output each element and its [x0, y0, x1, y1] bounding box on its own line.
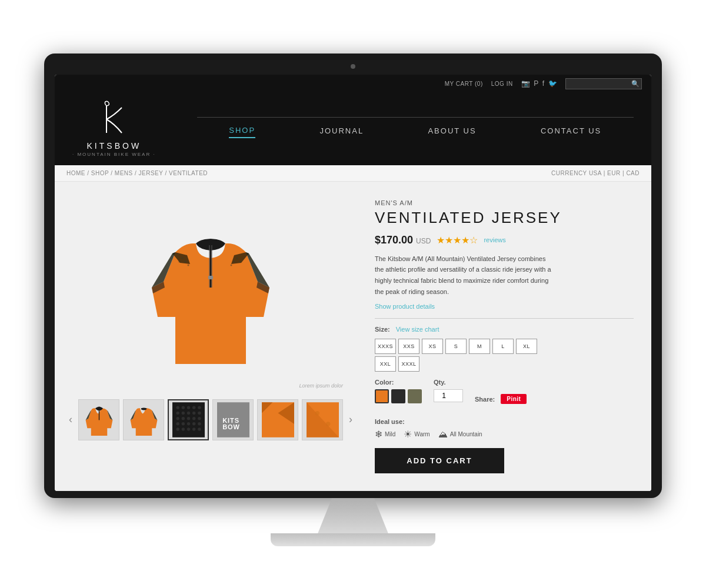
currency-usa[interactable]: USA — [589, 170, 602, 176]
thumbnail-4[interactable]: KITS BOW — [212, 399, 254, 440]
thumbnail-3[interactable] — [168, 399, 209, 440]
facebook-icon[interactable]: f — [542, 79, 545, 88]
size-btn-xxxl[interactable]: XXXL — [398, 356, 419, 372]
svg-point-29 — [192, 417, 195, 420]
ideal-icons: ❄ Mild ☀ Warm ⛰ All Mountain — [375, 429, 634, 440]
search-input[interactable] — [565, 78, 642, 89]
svg-point-30 — [198, 417, 201, 420]
svg-point-16 — [176, 406, 179, 409]
qty-label: Qty. — [434, 379, 463, 386]
product-page: Lorem ipsum dolor ‹ — [55, 182, 651, 492]
thumbnail-1[interactable] — [78, 399, 119, 440]
nav-item-journal[interactable]: JOURNAL — [319, 124, 364, 138]
breadcrumb: HOME / SHOP / MENS / JERSEY / VENTILATED — [66, 170, 208, 176]
show-details-link[interactable]: Show product details — [375, 303, 634, 310]
section-divider — [375, 318, 634, 319]
nav-item-shop[interactable]: SHOP — [229, 123, 255, 138]
ideal-use-label: Ideal use: — [375, 418, 634, 425]
ideal-use-all-mountain: ⛰ All Mountain — [438, 429, 482, 440]
svg-text:BOW: BOW — [222, 423, 240, 430]
nav-item-contact[interactable]: CONTACT US — [541, 124, 601, 138]
mountain-icon: ⛰ — [438, 429, 448, 440]
product-description: The Kitsbow A/M (All Mountain) Ventilate… — [375, 253, 551, 298]
size-btn-s[interactable]: S — [445, 339, 467, 354]
thumbnail-6[interactable] — [302, 399, 343, 440]
product-price: $170.00 USD — [375, 234, 431, 246]
svg-point-18 — [187, 406, 190, 409]
warm-label: Warm — [414, 431, 429, 437]
svg-point-8 — [188, 264, 189, 266]
thumbnail-nav: ‹ — [66, 399, 355, 440]
size-btn-xxs[interactable]: XXS — [398, 339, 419, 354]
next-thumbnail-arrow[interactable]: › — [347, 413, 355, 426]
color-swatch-dark[interactable] — [391, 389, 405, 403]
qty-section: Qty. — [434, 379, 463, 402]
monitor-stand-neck — [318, 498, 388, 533]
logo-sub: · MOUNTAIN BIKE WEAR · — [72, 152, 156, 157]
product-category: MEN'S A/M — [375, 199, 634, 206]
size-btn-xxxs[interactable]: XXXS — [375, 339, 396, 354]
pinterest-icon[interactable]: P — [534, 79, 539, 88]
svg-point-32 — [181, 422, 185, 426]
ideal-use-warm: ☀ Warm — [404, 429, 429, 440]
svg-point-6 — [182, 257, 184, 259]
size-btn-xs[interactable]: XS — [422, 339, 443, 354]
image-caption: Lorem ipsum dolor — [299, 383, 343, 389]
qty-input[interactable] — [434, 389, 463, 402]
main-image-container: Lorem ipsum dolor — [66, 193, 355, 393]
svg-point-12 — [231, 264, 232, 266]
logo-text: KITSBOW — [87, 141, 142, 151]
search-wrap: 🔍 — [565, 78, 642, 89]
svg-point-36 — [176, 427, 179, 431]
reviews-link[interactable]: reviews — [484, 236, 505, 243]
price-value: $170.00 — [375, 234, 413, 246]
color-label: Color: — [375, 379, 422, 386]
color-section: Color: — [375, 379, 422, 403]
ideal-use-section: Ideal use: ❄ Mild ☀ Warm ⛰ — [375, 418, 634, 440]
size-btn-l[interactable]: L — [492, 339, 514, 354]
prev-thumbnail-arrow[interactable]: ‹ — [66, 413, 75, 426]
all-mountain-label: All Mountain — [450, 431, 482, 437]
price-row: $170.00 USD ★★★★☆ reviews — [375, 234, 634, 246]
svg-point-28 — [187, 417, 190, 420]
currency-cad[interactable]: CAD — [626, 170, 640, 176]
nav-item-about[interactable]: ABOUT US — [428, 124, 476, 138]
size-btn-m[interactable]: M — [469, 339, 490, 354]
svg-point-40 — [198, 427, 201, 431]
search-icon[interactable]: 🔍 — [631, 80, 640, 88]
thumbnails-container: KITS BOW — [78, 399, 343, 440]
cart-link[interactable]: MY CART (0) — [445, 81, 483, 87]
color-swatch-olive[interactable] — [408, 389, 422, 403]
svg-point-47 — [326, 422, 330, 426]
twitter-icon[interactable]: 🐦 — [548, 79, 558, 88]
svg-point-26 — [176, 417, 179, 420]
color-swatch-orange[interactable] — [375, 389, 389, 403]
currency-eur[interactable]: EUR — [607, 170, 621, 176]
size-chart-link[interactable]: View size chart — [396, 326, 439, 333]
thumbnail-2[interactable] — [123, 399, 164, 440]
monitor-stand-base — [271, 533, 435, 546]
svg-point-10 — [237, 257, 238, 259]
size-btn-xl[interactable]: XL — [516, 339, 537, 354]
login-link[interactable]: LOG IN — [491, 81, 513, 87]
svg-point-13 — [239, 260, 241, 262]
svg-point-39 — [192, 427, 195, 431]
svg-point-27 — [181, 417, 185, 420]
svg-point-11 — [234, 260, 235, 262]
mild-icon: ❄ — [375, 429, 382, 440]
instagram-icon[interactable]: 📷 — [521, 79, 531, 88]
svg-point-35 — [198, 422, 201, 426]
product-title: VENTILATED JERSEY — [375, 209, 634, 227]
currency-label: CURRENCY — [551, 170, 587, 176]
svg-point-9 — [179, 260, 181, 262]
svg-point-31 — [176, 422, 179, 426]
add-to-cart-button[interactable]: ADD TO CART — [375, 448, 504, 473]
warm-icon: ☀ — [404, 429, 412, 440]
social-icons: 📷 P f 🐦 — [521, 79, 557, 88]
size-btn-xxl[interactable]: XXL — [375, 356, 396, 372]
pinit-button[interactable]: Pinit — [501, 394, 527, 404]
ideal-use-mild: ❄ Mild — [375, 429, 395, 440]
svg-point-23 — [187, 411, 190, 415]
thumbnail-5[interactable] — [257, 399, 298, 440]
logo-area: KITSBOW · MOUNTAIN BIKE WEAR · — [72, 99, 156, 157]
